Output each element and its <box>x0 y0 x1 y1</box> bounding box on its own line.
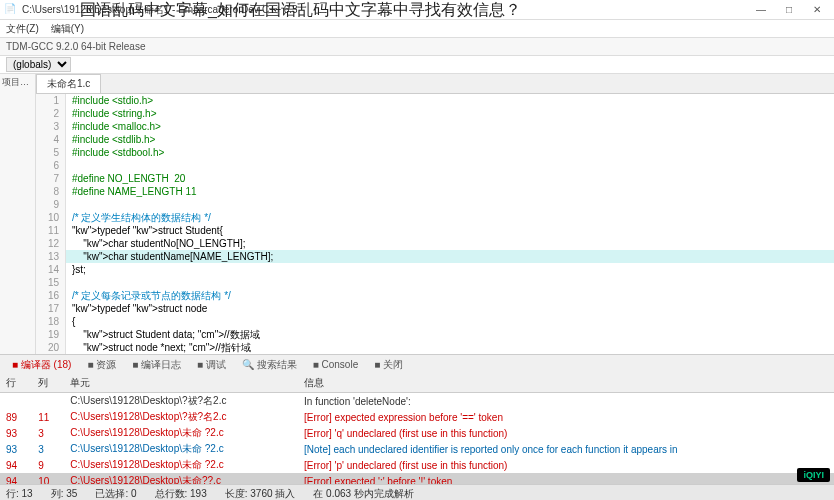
code-line[interactable]: 11"kw">typedef "kw">struct Student{ <box>36 224 834 237</box>
code-line[interactable]: 6 <box>36 159 834 172</box>
col-line[interactable]: 行 <box>0 374 32 393</box>
code-line[interactable]: 13 "kw">char studentName[NAME_LENGTH]; <box>36 250 834 263</box>
status-line: 行: 13 <box>6 487 33 501</box>
code-line[interactable]: 15 <box>36 276 834 289</box>
code-line[interactable]: 14}st; <box>36 263 834 276</box>
project-sidebar-label[interactable]: 项目… <box>2 77 29 87</box>
tab-compilelog[interactable]: ■ 编译日志 <box>126 357 187 373</box>
col-unit[interactable]: 单元 <box>64 374 298 393</box>
code-line[interactable]: 19 "kw">struct Student data; "cm">//数据域 <box>36 328 834 341</box>
error-row[interactable]: 933C:\Users\19128\Desktop\未命 ?2.c[Error]… <box>0 425 834 441</box>
scope-selector-bar: (globals) <box>0 56 834 74</box>
tab-debug[interactable]: ■ 调试 <box>191 357 232 373</box>
status-sel: 已选择: 0 <box>95 487 136 501</box>
code-line[interactable]: 4#include <stdlib.h> <box>36 133 834 146</box>
tab-compiler[interactable]: ■ 编译器 (18) <box>6 357 77 373</box>
close-button[interactable]: ✕ <box>804 2 830 18</box>
code-line[interactable]: 9 <box>36 198 834 211</box>
code-line[interactable]: 5#include <stdbool.h> <box>36 146 834 159</box>
code-line[interactable]: 8#define NAME_LENGTH 11 <box>36 185 834 198</box>
status-total: 总行数: 193 <box>155 487 207 501</box>
error-row[interactable]: 9410C:\Users\19128\Desktop\未命??.c[Error]… <box>0 473 834 484</box>
error-row[interactable]: 949C:\Users\19128\Desktop\未命 ?2.c[Error]… <box>0 457 834 473</box>
tab-resource[interactable]: ■ 资源 <box>81 357 122 373</box>
code-line[interactable]: 3#include <malloc.h> <box>36 120 834 133</box>
globals-dropdown[interactable]: (globals) <box>6 57 71 72</box>
code-line[interactable]: 1#include <stdio.h> <box>36 94 834 107</box>
error-row[interactable]: C:\Users\19128\Desktop\?祓?名2.cIn functio… <box>0 393 834 410</box>
status-done: 在 0.063 秒内完成解析 <box>313 487 414 501</box>
code-line[interactable]: 20 "kw">struct node *next; "cm">//指针域 <box>36 341 834 354</box>
compiler-config-label: TDM-GCC 9.2.0 64-bit Release <box>6 41 146 52</box>
status-bar: 行: 13 列: 35 已选择: 0 总行数: 193 长度: 3760 插入 … <box>0 484 834 500</box>
code-line[interactable]: 10/* 定义学生结构体的数据结构 */ <box>36 211 834 224</box>
code-line[interactable]: 7#define NO_LENGTH 20 <box>36 172 834 185</box>
code-line[interactable]: 2#include <string.h> <box>36 107 834 120</box>
tab-close[interactable]: ■ 关闭 <box>368 357 409 373</box>
output-tabs: ■ 编译器 (18) ■ 资源 ■ 编译日志 ■ 调试 🔍 搜索结果 ■ Con… <box>0 354 834 374</box>
col-col[interactable]: 列 <box>32 374 64 393</box>
code-line[interactable]: 17"kw">typedef "kw">struct node <box>36 302 834 315</box>
code-line[interactable]: 18{ <box>36 315 834 328</box>
title-bar: 📄 C:\Users\19128\Desktop\未命名1 - Embarcad… <box>0 0 834 20</box>
tab-console[interactable]: ■ Console <box>307 358 365 371</box>
app-icon: 📄 <box>4 3 18 17</box>
window-title: C:\Users\19128\Desktop\未命名1 - Embarcader… <box>22 3 748 17</box>
minimize-button[interactable]: — <box>748 2 774 18</box>
col-msg[interactable]: 信息 <box>298 374 834 393</box>
status-len: 长度: 3760 插入 <box>225 487 296 501</box>
watermark-logo: iQIYI <box>797 468 830 482</box>
menu-file[interactable]: 文件(Z) <box>6 22 39 36</box>
menu-bar: 文件(Z) 编辑(Y) <box>0 20 834 38</box>
editor-tabs: 未命名1.c <box>36 74 834 94</box>
code-line[interactable]: 16/* 定义每条记录或节点的数据结构 */ <box>36 289 834 302</box>
project-sidebar: 项目… <box>0 74 36 354</box>
menu-edit[interactable]: 编辑(Y) <box>51 22 84 36</box>
status-col: 列: 35 <box>51 487 78 501</box>
code-editor[interactable]: 1#include <stdio.h>2#include <string.h>3… <box>36 94 834 354</box>
tab-search[interactable]: 🔍 搜索结果 <box>236 357 303 373</box>
code-line[interactable]: 12 "kw">char studentNo[NO_LENGTH]; <box>36 237 834 250</box>
error-row[interactable]: 933C:\Users\19128\Desktop\未命 ?2.c[Note] … <box>0 441 834 457</box>
compiler-config-bar: TDM-GCC 9.2.0 64-bit Release <box>0 38 834 56</box>
compiler-output[interactable]: 行 列 单元 信息 C:\Users\19128\Desktop\?祓?名2.c… <box>0 374 834 484</box>
error-row[interactable]: 8911C:\Users\19128\Desktop\?祓?名2.c[Error… <box>0 409 834 425</box>
maximize-button[interactable]: □ <box>776 2 802 18</box>
tab-file[interactable]: 未命名1.c <box>36 74 101 93</box>
